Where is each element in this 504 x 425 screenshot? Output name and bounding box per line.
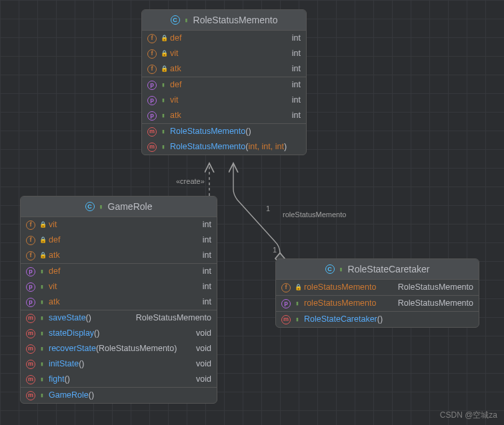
method-row: m▮saveState()RoleStatusMemento xyxy=(21,310,217,326)
create-label: «create» xyxy=(176,177,205,185)
method-row: m▮RoleStateCaretaker() xyxy=(276,312,479,327)
field-row: f🔒vitint xyxy=(142,46,306,61)
mult-bottom: 1 xyxy=(273,246,277,254)
field-row: f🔒vitint xyxy=(21,217,217,232)
field-type: int xyxy=(292,63,301,75)
field-name: vit xyxy=(170,48,179,59)
visibility-icon: ▮ xyxy=(39,358,45,370)
class-icon: C xyxy=(171,15,180,25)
class-header: C ▮ RoleStateCaretaker xyxy=(276,259,479,280)
method-row: m▮fight()void xyxy=(21,372,217,387)
field-row: f🔒defint xyxy=(21,232,217,248)
class-box-memento[interactable]: C ▮ RoleStatusMemento f🔒defint f🔒vitint … xyxy=(141,9,307,155)
method-icon: m xyxy=(26,375,35,384)
assoc-label: roleStatusMemento xyxy=(283,211,346,218)
prop-type: int xyxy=(292,110,301,121)
visibility-icon: ▮ xyxy=(161,95,166,106)
mult-top: 1 xyxy=(266,205,270,212)
visibility-icon: ▮ xyxy=(39,374,45,385)
method-row: m▮GameRole() xyxy=(21,388,217,403)
class-title: RoleStateCaretaker xyxy=(348,264,430,274)
method-icon: m xyxy=(26,329,35,338)
field-row: f🔒roleStatusMementoRoleStatusMemento xyxy=(276,280,479,295)
field-type: int xyxy=(292,33,301,44)
method-icon: m xyxy=(281,315,291,324)
field-type: int xyxy=(292,48,301,59)
method-row: m▮recoverState(RoleStatusMemento)void xyxy=(21,341,217,356)
visibility-icon: ▮ xyxy=(161,79,166,91)
property-icon: p xyxy=(26,282,35,292)
visibility-icon: ▮ xyxy=(39,343,45,354)
visibility-icon: ▮ xyxy=(161,141,166,153)
method-icon: m xyxy=(26,314,35,323)
method-row: m▮stateDisplay()void xyxy=(21,326,217,341)
class-title: RoleStatusMemento xyxy=(193,15,278,25)
visibility-icon: ▮ xyxy=(161,110,166,121)
prop-row: p▮atkint xyxy=(21,294,217,310)
prop-row: p▮roleStatusMementoRoleStatusMemento xyxy=(276,296,479,311)
visibility-icon: ▮ xyxy=(161,126,166,137)
method-name: RoleStatusMemento xyxy=(170,142,245,151)
field-icon: f xyxy=(26,236,35,245)
method-row: m▮RoleStatusMemento(int, int, int) xyxy=(142,139,306,155)
prop-row: p▮vitint xyxy=(142,93,306,108)
method-icon: m xyxy=(26,344,35,354)
class-icon: C xyxy=(85,202,95,211)
method-icon: m xyxy=(26,391,35,400)
method-icon: m xyxy=(147,143,157,152)
prop-row: p▮atkint xyxy=(142,108,306,123)
visibility-icon: ▮ xyxy=(39,266,45,277)
field-row: f🔒atkint xyxy=(21,248,217,263)
visibility-icon: ▮ xyxy=(39,328,45,339)
method-row: m▮initState()void xyxy=(21,356,217,372)
class-header: C ▮ GameRole xyxy=(21,197,217,217)
field-row: f🔒defint xyxy=(142,31,306,46)
prop-type: int xyxy=(292,79,301,91)
watermark: CSDN @空城za xyxy=(440,410,497,421)
class-box-caretaker[interactable]: C ▮ RoleStateCaretaker f🔒roleStatusMemen… xyxy=(275,258,479,328)
visibility-icon: ▮ xyxy=(295,298,300,309)
visibility-icon: ▮ xyxy=(99,203,104,210)
property-icon: p xyxy=(281,299,291,308)
lock-icon: 🔒 xyxy=(161,63,166,75)
method-params: () xyxy=(245,127,251,136)
prop-name: def xyxy=(170,79,181,91)
method-row: m▮RoleStatusMemento() xyxy=(142,124,306,139)
field-icon: f xyxy=(147,65,157,74)
property-icon: p xyxy=(147,96,157,105)
class-box-gamerole[interactable]: C ▮ GameRole f🔒vitint f🔒defint f🔒atkint … xyxy=(20,196,217,404)
property-icon: p xyxy=(147,111,157,121)
prop-name: atk xyxy=(170,110,181,121)
method-name: RoleStatusMemento xyxy=(170,127,245,136)
visibility-icon: ▮ xyxy=(39,296,45,308)
field-icon: f xyxy=(281,283,291,292)
prop-row: p▮vitint xyxy=(21,279,217,294)
field-icon: f xyxy=(147,49,157,59)
class-icon: C xyxy=(325,264,335,274)
lock-icon: 🔒 xyxy=(39,234,45,246)
field-icon: f xyxy=(147,34,157,43)
prop-name: vit xyxy=(170,95,179,106)
field-icon: f xyxy=(26,251,35,260)
field-icon: f xyxy=(26,220,35,230)
lock-icon: 🔒 xyxy=(161,33,166,44)
prop-row: p▮defint xyxy=(142,77,306,93)
method-icon: m xyxy=(26,360,35,369)
visibility-icon: ▮ xyxy=(295,314,300,325)
visibility-icon: ▮ xyxy=(339,266,344,272)
lock-icon: 🔒 xyxy=(295,282,300,293)
prop-type: int xyxy=(292,95,301,106)
method-icon: m xyxy=(147,127,157,137)
visibility-icon: ▮ xyxy=(184,17,189,23)
property-icon: p xyxy=(147,81,157,90)
field-name: def xyxy=(170,33,181,44)
class-title: GameRole xyxy=(108,201,153,212)
visibility-icon: ▮ xyxy=(39,312,45,324)
field-name: atk xyxy=(170,63,181,75)
class-header: C ▮ RoleStatusMemento xyxy=(142,10,306,31)
lock-icon: 🔒 xyxy=(161,48,166,59)
visibility-icon: ▮ xyxy=(39,390,45,401)
visibility-icon: ▮ xyxy=(39,281,45,292)
prop-row: p▮defint xyxy=(21,264,217,279)
property-icon: p xyxy=(26,298,35,307)
